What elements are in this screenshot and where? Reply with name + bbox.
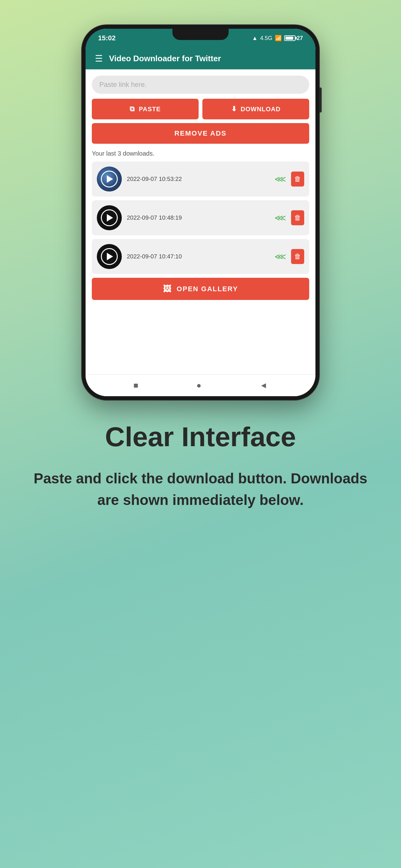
paste-icon: ⧉ [130,105,135,113]
action-buttons-row: ⧉ PASTE ⬇ DOWNLOAD [92,99,309,119]
phone-frame: 15:02 ▲ 4.5G 📶 27 ☰ Video Downloader for… [82,25,319,400]
video-thumbnail-1[interactable] [97,166,122,191]
trash-icon-2: 🗑 [294,214,301,222]
timestamp-1: 2022-09-07 10:53:22 [127,176,269,183]
video-thumbnail-3[interactable] [97,244,122,269]
remove-ads-label: REMOVE ADS [174,129,226,137]
play-circle-2 [101,209,118,226]
play-triangle-1 [107,175,113,183]
app-header: ☰ Video Downloader for Twitter [86,48,315,69]
wifi-icon: 📶 [275,35,282,41]
delete-button-3[interactable]: 🗑 [291,249,304,264]
nav-back-button[interactable]: ◄ [260,380,268,390]
battery-level: 27 [297,35,303,41]
phone-screen: 15:02 ▲ 4.5G 📶 27 ☰ Video Downloader for… [86,29,315,396]
battery-box [284,35,295,41]
caption-title: Clear Interface [25,422,376,452]
bottom-nav: ■ ● ◄ [86,374,315,396]
share-icon-2[interactable]: ⋘ [274,213,286,223]
download-item: 2022-09-07 10:47:10 ⋘ 🗑 [92,239,309,274]
caption-section: Clear Interface Paste and click the down… [0,400,401,523]
open-gallery-button[interactable]: 🖼 OPEN GALLERY [92,278,309,300]
battery-indicator: 27 [284,35,303,41]
url-input-placeholder: Paste link here. [99,81,147,88]
video-thumbnail-2[interactable] [97,205,122,230]
paste-label: PASTE [139,105,161,113]
remove-ads-button[interactable]: REMOVE ADS [92,123,309,144]
play-triangle-2 [107,214,113,221]
trash-icon-3: 🗑 [294,252,301,260]
play-triangle-3 [107,253,113,260]
main-content: Paste link here. ⧉ PASTE ⬇ DOWNLOAD REMO… [86,69,315,374]
share-icon-1[interactable]: ⋘ [274,174,286,184]
download-label: DOWNLOAD [241,105,281,113]
download-button[interactable]: ⬇ DOWNLOAD [202,99,309,119]
download-icon: ⬇ [231,105,237,113]
open-gallery-label: OPEN GALLERY [177,285,238,293]
download-item: 2022-09-07 10:53:22 ⋘ 🗑 [92,161,309,196]
url-input-container[interactable]: Paste link here. [92,75,309,94]
share-icon-3[interactable]: ⋘ [274,252,286,261]
timestamp-2: 2022-09-07 10:48:19 [127,214,269,221]
signal-text: 4.5G [260,35,272,41]
hamburger-icon[interactable]: ☰ [95,54,103,64]
nav-home-button[interactable]: ● [196,380,201,390]
delete-button-2[interactable]: 🗑 [291,210,304,225]
battery-fill [286,36,293,40]
paste-button[interactable]: ⧉ PASTE [92,99,199,119]
play-circle-1 [101,170,118,187]
status-bar: 15:02 ▲ 4.5G 📶 27 [86,29,315,48]
download-item: 2022-09-07 10:48:19 ⋘ 🗑 [92,200,309,235]
downloads-section-label: Your last 3 downloads. [92,150,309,157]
delete-button-1[interactable]: 🗑 [291,172,304,187]
status-icons: ▲ 4.5G 📶 27 [252,35,303,41]
status-time: 15:02 [98,34,115,42]
signal-icon: ▲ [252,35,258,41]
notch [172,29,229,40]
timestamp-3: 2022-09-07 10:47:10 [127,253,269,260]
trash-icon-1: 🗑 [294,175,301,183]
gallery-icon: 🖼 [163,284,172,294]
play-circle-3 [101,248,118,265]
app-title: Video Downloader for Twitter [109,54,221,63]
caption-description: Paste and click the download button. Dow… [25,468,376,511]
nav-square-button[interactable]: ■ [133,380,138,390]
